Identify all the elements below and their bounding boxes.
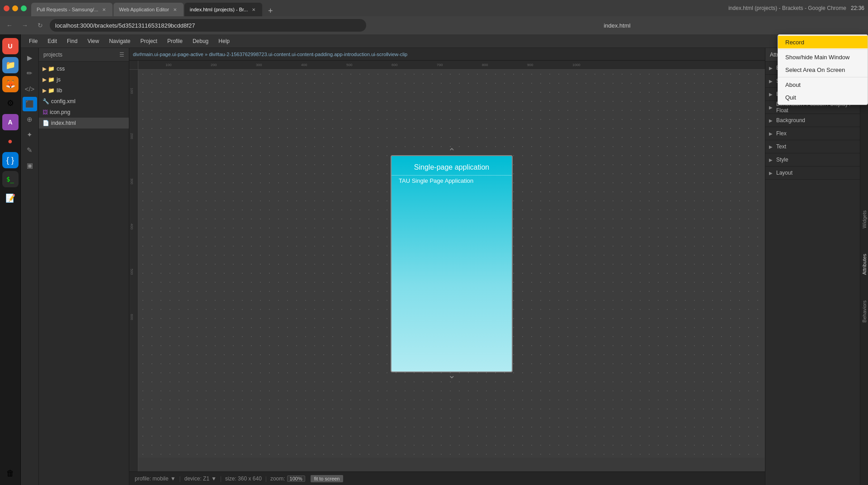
menu-edit[interactable]: Edit — [43, 36, 61, 46]
forward-btn[interactable]: → — [19, 19, 31, 31]
file-icon-png[interactable]: 🖼 icon.png — [39, 107, 129, 118]
menu-help[interactable]: Help — [214, 36, 234, 46]
project-name: projects — [43, 52, 62, 58]
toolbar-play-btn[interactable]: ▶ — [23, 51, 37, 65]
tab-label: Pull Requests - Samsung/... — [37, 7, 98, 12]
taskbar-icon-files[interactable]: 📁 — [2, 57, 19, 73]
editor-canvas[interactable]: 100 200 300 400 500 600 700 800 900 1000 — [129, 61, 765, 471]
back-btn[interactable]: ← — [4, 19, 15, 31]
tab-pull-requests[interactable]: Pull Requests - Samsung/... ✕ — [31, 3, 113, 16]
attr-row-flex[interactable]: ▶ Flex — [765, 127, 860, 140]
menu-file[interactable]: File — [24, 36, 42, 46]
toolbar-add-btn[interactable]: ⊕ — [23, 112, 37, 127]
file-index-html[interactable]: 📄 index.html — [39, 118, 129, 128]
app-layout: U 📁 🦊 ⚙ A ● { } $_ 📝 🗑 File Edit Find Vi… — [0, 34, 868, 485]
chrome-addressbar: ← → ↻ localhost:3000/brackets/5d35213116… — [0, 16, 868, 34]
tab-attributes[interactable]: Attributes — [862, 250, 867, 278]
attr-arrow-element: ▶ — [769, 66, 774, 71]
attr-section-layout: ▶ Layout — [765, 166, 860, 180]
toolbar-pencil-btn[interactable]: ✎ — [23, 143, 37, 157]
status-size: size: 360 x 640 — [225, 475, 262, 482]
status-bar: profile: mobile ▼ | device: Z1 ▼ | size:… — [129, 471, 765, 485]
taskbar-icon-notepad[interactable]: 📝 — [2, 190, 19, 206]
toolbar-move-btn[interactable]: ✦ — [23, 128, 37, 142]
taskbar-icon-trash[interactable]: 🗑 — [2, 465, 19, 481]
file-name: css — [57, 66, 65, 72]
left-toolbar: ▶ ✏ </> ⬛ ⊕ ✦ ✎ ▣ — [21, 48, 39, 485]
status-sep2: | — [220, 475, 222, 482]
close-window-btn[interactable] — [4, 5, 9, 11]
attr-arrow-smart-things: ▶ — [769, 79, 774, 84]
menu-debug[interactable]: Debug — [188, 36, 213, 46]
maximize-window-btn[interactable] — [21, 5, 27, 11]
tab-close-btn[interactable]: ✕ — [101, 6, 107, 13]
new-tab-btn[interactable]: + — [265, 5, 276, 16]
tab-close-btn[interactable]: ✕ — [172, 6, 178, 13]
ctx-quit[interactable]: Quit — [778, 91, 868, 104]
attr-row-layout[interactable]: ▶ Layout — [765, 166, 860, 179]
status-profile: profile: mobile ▼ — [135, 475, 176, 482]
tab-index-html[interactable]: index.html (projects) - Br... ✕ — [184, 3, 262, 16]
toolbar-code-btn[interactable]: </> — [23, 81, 37, 96]
ctx-show-hide[interactable]: Show/hide Main Window — [778, 51, 868, 63]
file-name: config.xml — [51, 98, 75, 105]
attr-row-style[interactable]: ▶ Style — [765, 153, 860, 166]
chrome-titlebar: Pull Requests - Samsung/... ✕ Web Applic… — [0, 0, 868, 16]
taskbar-icon-terminal[interactable]: $_ — [2, 171, 19, 187]
canvas-arrow-up[interactable]: ⌃ — [448, 146, 456, 157]
profile-dropdown-icon[interactable]: ▼ — [170, 475, 176, 482]
status-zoom: zoom: — [270, 475, 307, 482]
folder-icon: ▶ 📁 — [42, 76, 55, 83]
sidebar-menu-icon[interactable]: ☰ — [119, 52, 124, 58]
attr-label-text: Text — [776, 143, 856, 150]
ctx-record[interactable]: Record — [778, 36, 868, 48]
menu-profile[interactable]: Profile — [163, 36, 187, 46]
canvas-arrow-down[interactable]: ⌄ — [448, 370, 456, 380]
address-bar[interactable]: localhost:3000/brackets/5d35213116531829… — [50, 19, 366, 32]
attr-label-background: Background — [776, 117, 856, 124]
refresh-btn[interactable]: ↻ — [34, 19, 46, 31]
ctx-sep2 — [778, 77, 868, 77]
taskbar-icon-ubuntu[interactable]: U — [2, 38, 19, 54]
tab-behaviors[interactable]: Behaviors — [862, 297, 867, 326]
attr-section-text: ▶ Text — [765, 140, 860, 153]
minimize-window-btn[interactable] — [12, 5, 18, 11]
canvas-area: Single-page application TAU Single Page … — [138, 70, 765, 458]
fit-to-screen-btn[interactable]: fit to screen — [311, 475, 344, 482]
tab-widgets[interactable]: Widgets — [862, 207, 867, 232]
ruler-vertical: 100 200 300 400 500 600 — [129, 70, 138, 471]
sidebar: projects ☰ ▶ 📁 css ▶ 📁 js ▶ 📁 lib — [39, 48, 129, 485]
tab-label: index.html (projects) - Br... — [190, 7, 248, 12]
tab-web-editor[interactable]: Web Application Editor ✕ — [113, 3, 183, 16]
taskbar-icon-firefox[interactable]: 🦊 — [2, 76, 19, 92]
device-dropdown-icon[interactable]: ▼ — [211, 475, 217, 482]
taskbar-icon-app2[interactable]: ● — [2, 133, 19, 149]
attr-row-text[interactable]: ▶ Text — [765, 140, 860, 153]
taskbar-icon-settings[interactable]: ⚙ — [2, 95, 19, 111]
file-lib[interactable]: ▶ 📁 lib — [39, 85, 129, 96]
file-js[interactable]: ▶ 📁 js — [39, 74, 129, 85]
taskbar-icon-app1[interactable]: A — [2, 114, 19, 130]
toolbar-design-btn[interactable]: ⬛ — [23, 97, 37, 111]
file-config-xml[interactable]: 🔧 config.xml — [39, 96, 129, 107]
tab-label: Web Application Editor — [119, 7, 169, 12]
file-name: index.html — [51, 120, 76, 126]
titlebar-right: index.html (projects) - Brackets - Googl… — [728, 5, 864, 11]
taskbar-icon-brackets[interactable]: { } — [2, 152, 19, 168]
png-icon: 🖼 — [42, 109, 48, 115]
breadcrumb-text: div#main.ui-page.ui-page-active » div#ta… — [133, 52, 407, 57]
zoom-input[interactable] — [287, 475, 305, 482]
ctx-select-area[interactable]: Select Area On Screen — [778, 63, 868, 76]
tab-close-btn[interactable]: ✕ — [250, 6, 257, 13]
toolbar-select-btn[interactable]: ▣ — [23, 158, 37, 173]
menu-navigate[interactable]: Navigate — [104, 36, 135, 46]
attr-row-background[interactable]: ▶ Background — [765, 114, 860, 127]
file-css[interactable]: ▶ 📁 css — [39, 63, 129, 74]
toolbar-draw-btn[interactable]: ✏ — [23, 66, 37, 81]
folder-icon: ▶ 📁 — [42, 66, 55, 72]
editor-main: div#main.ui-page.ui-page-active » div#ta… — [129, 48, 765, 485]
ctx-about[interactable]: About — [778, 78, 868, 91]
menu-project[interactable]: Project — [136, 36, 162, 46]
menu-view[interactable]: View — [83, 36, 104, 46]
menu-find[interactable]: Find — [62, 36, 82, 46]
